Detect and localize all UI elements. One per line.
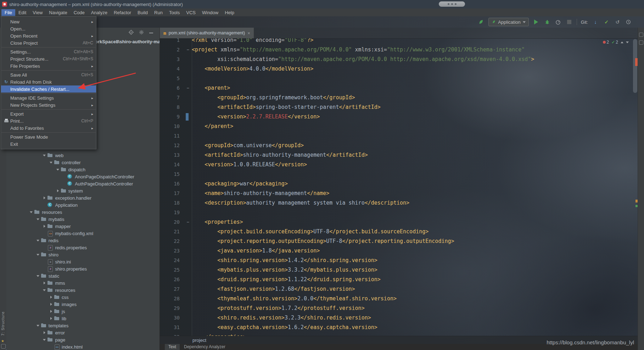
tree-item-controller[interactable]: controller — [6, 159, 159, 166]
tree-item-page[interactable]: page — [6, 336, 159, 343]
menu-item-add-to-favorites[interactable]: Add to Favorites▸ — [1, 124, 96, 132]
fold-icon[interactable]: − — [184, 45, 192, 55]
chevron-closed-icon[interactable] — [42, 194, 47, 201]
tree-item-error[interactable]: error — [6, 329, 159, 336]
chevron-closed-icon[interactable] — [55, 187, 61, 194]
menu-item-close-project[interactable]: Close ProjectAlt+C — [1, 39, 96, 46]
tree-item-mybatis-config-xml[interactable]: mybatis-config.xml — [6, 230, 159, 237]
menu-item-file-properties[interactable]: File Properties▸ — [1, 62, 96, 70]
chevron-open-icon[interactable] — [55, 166, 61, 173]
menu-item-settings[interactable]: Settings...Ctrl+Alt+S — [1, 48, 96, 55]
menu-item-project-structure[interactable]: Project Structure...Ctrl+Alt+Shift+S — [1, 55, 96, 62]
menu-view[interactable]: View — [29, 9, 46, 16]
tab-dependency-analyzer[interactable]: Dependency Analyzer — [180, 344, 229, 350]
menu-window[interactable]: Window — [199, 9, 222, 16]
tool-window-switcher-icon[interactable] — [1, 344, 6, 349]
menu-help[interactable]: Help — [222, 9, 237, 16]
right-dock-icon[interactable] — [639, 33, 643, 37]
git-update-icon[interactable]: ↓ — [592, 18, 599, 26]
chevron-open-icon[interactable] — [42, 336, 47, 343]
inspections-widget[interactable]: 2 ✓2 — [603, 40, 629, 45]
menu-run[interactable]: Run — [151, 9, 166, 16]
tree-item-redis[interactable]: redis — [6, 237, 159, 244]
tree-item-web[interactable]: web — [6, 152, 159, 159]
menu-item-new[interactable]: New▸ — [1, 18, 96, 25]
scrollbar-thumb[interactable] — [633, 39, 637, 93]
tree-item-authpagedispatchcontroller[interactable]: AuthPageDispatchController — [6, 180, 159, 187]
tree-item-templates[interactable]: templates — [6, 322, 159, 329]
chevron-open-icon[interactable] — [35, 272, 41, 279]
chevron-open-icon[interactable] — [29, 209, 34, 216]
history-icon[interactable] — [625, 18, 632, 26]
tree-item-mybatis[interactable]: mybatis — [6, 216, 159, 223]
menu-item-open-recent[interactable]: Open Recent▸ — [1, 32, 96, 39]
menu-item-reload-all-from-disk[interactable]: Reload All from Disk — [1, 78, 96, 85]
chevron-open-icon[interactable] — [42, 152, 47, 159]
menu-item-export[interactable]: Export▸ — [1, 110, 96, 117]
menu-tools[interactable]: Tools — [166, 9, 183, 16]
tree-item-shiro-properties[interactable]: shiro.properties — [6, 265, 159, 272]
chevron-open-icon[interactable] — [42, 287, 47, 294]
gear-icon[interactable] — [139, 30, 144, 36]
profiler-button[interactable] — [555, 18, 562, 26]
menu-item-invalidate-caches-restart[interactable]: Invalidate Caches / Restart... — [1, 85, 96, 93]
hide-panel-icon[interactable] — [149, 33, 153, 33]
tree-item-mapper[interactable]: mapper — [6, 223, 159, 230]
chevron-closed-icon[interactable] — [49, 308, 54, 315]
close-icon[interactable]: × — [247, 31, 250, 35]
menu-edit[interactable]: Edit — [15, 9, 29, 16]
menu-code[interactable]: Code — [71, 9, 88, 16]
chevron-closed-icon[interactable] — [42, 223, 47, 230]
menu-vcs[interactable]: VCS — [183, 9, 199, 16]
chevron-closed-icon[interactable] — [42, 329, 47, 336]
git-commit-icon[interactable]: ✓ — [603, 18, 610, 26]
tree-item-resources[interactable]: resources — [6, 287, 159, 294]
tree-item-exception-handler[interactable]: exception.handler — [6, 194, 159, 201]
menu-refactor[interactable]: Refactor — [111, 9, 134, 16]
breadcrumb-item[interactable]: project — [192, 338, 206, 343]
chevron-closed-icon[interactable] — [42, 279, 47, 287]
menu-analyze[interactable]: Analyze — [88, 9, 111, 16]
menu-build[interactable]: Build — [134, 9, 151, 16]
menu-item-exit[interactable]: Exit — [1, 140, 96, 148]
menu-item-open[interactable]: Open... — [1, 25, 96, 32]
chevron-open-icon[interactable] — [35, 237, 41, 244]
chevron-open-icon[interactable] — [35, 251, 41, 258]
tree-item-anonpagedispatchcontroller[interactable]: AnonPageDispatchController — [6, 173, 159, 180]
tab-pom-xml[interactable]: m pom.xml (shiro-authority-management) × — [160, 28, 254, 38]
chevron-open-icon[interactable] — [49, 159, 54, 166]
run-config-combo[interactable]: Application — [488, 18, 529, 26]
tree-item-lib[interactable]: lib — [6, 315, 159, 322]
git-rollback-icon[interactable]: ↺ — [614, 18, 621, 26]
tree-item-index-html[interactable]: index.html — [6, 343, 159, 350]
menu-file[interactable]: File — [1, 9, 15, 16]
chevron-closed-icon[interactable] — [49, 294, 54, 301]
tree-item-system[interactable]: system — [6, 187, 159, 194]
menu-item-power-save-mode[interactable]: Power Save Mode — [1, 133, 96, 140]
right-dock-icon[interactable] — [639, 40, 643, 45]
debug-button[interactable] — [544, 18, 551, 26]
menu-item-save-all[interactable]: Save AllCtrl+S — [1, 71, 96, 78]
tree-item-static[interactable]: static — [6, 272, 159, 279]
prev-problem-icon[interactable] — [621, 41, 623, 43]
chevron-closed-icon[interactable] — [49, 315, 54, 322]
chevron-closed-icon[interactable] — [49, 301, 54, 308]
tree-item-application[interactable]: Application — [6, 201, 159, 209]
tree-item-resources[interactable]: resources — [6, 209, 159, 216]
tree-item-dispatch[interactable]: dispatch — [6, 166, 159, 173]
spring-leaf-icon[interactable] — [477, 18, 485, 26]
next-problem-icon[interactable] — [626, 41, 629, 43]
chevron-open-icon[interactable] — [35, 322, 41, 329]
run-button[interactable] — [533, 18, 540, 26]
tree-item-shiro-ini[interactable]: shiro.ini — [6, 258, 159, 265]
chevron-open-icon[interactable] — [35, 216, 41, 223]
tree-item-redis-properties[interactable]: redis.properties — [6, 244, 159, 251]
tab-text-view[interactable]: Text — [165, 344, 180, 350]
stop-button[interactable] — [566, 18, 573, 26]
fold-icon[interactable]: − — [184, 83, 192, 93]
tree-item-shiro[interactable]: shiro — [6, 251, 159, 258]
tree-item-js[interactable]: js — [6, 308, 159, 315]
code-editor[interactable]: 1<?xml version="1.0" encoding="UTF-8"?>2… — [160, 38, 638, 336]
menu-item-print[interactable]: Print...Ctrl+P — [1, 117, 96, 124]
menu-item-manage-ide-settings[interactable]: Manage IDE Settings▸ — [1, 94, 96, 101]
